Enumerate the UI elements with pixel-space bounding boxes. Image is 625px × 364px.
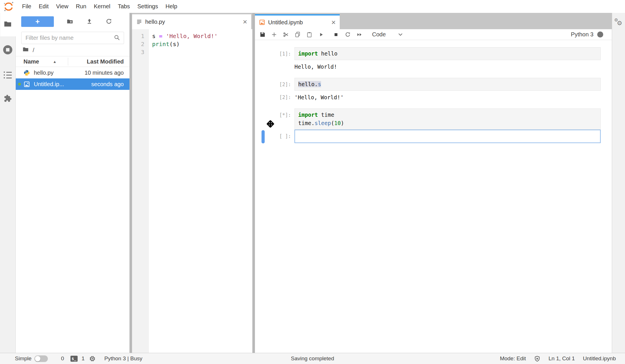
run-cell-icon[interactable]	[318, 32, 324, 37]
status-bar-left: Simple 0 $_ 1 Python 3 | Busy	[0, 355, 142, 362]
interrupt-kernel-icon[interactable]	[333, 32, 339, 37]
file-name: hello.py	[34, 70, 84, 76]
editor-tab-bar: hello.py ×	[132, 13, 252, 29]
file-name: Untitled.ip...	[34, 81, 91, 88]
trust-indicator-icon[interactable]	[534, 355, 541, 362]
notebook-toolbar: Code Python 3	[255, 29, 612, 40]
kernel-switcher[interactable]: Python 3	[571, 31, 603, 38]
breadcrumb: /	[16, 44, 129, 56]
chevron-down-icon[interactable]	[398, 33, 403, 36]
kernel-chip-icon[interactable]	[89, 355, 96, 362]
menu-item-help[interactable]: Help	[162, 3, 181, 10]
run-all-icon[interactable]	[356, 31, 363, 38]
line-number: 2	[132, 40, 144, 48]
refresh-button[interactable]	[105, 18, 112, 25]
home-folder-icon[interactable]	[22, 46, 29, 54]
input-prompt: [ ]:	[255, 130, 291, 143]
cell-type-select[interactable]: Code	[372, 31, 386, 38]
notebook-mode[interactable]: Mode: Edit	[500, 355, 526, 362]
notebook-cell-active-empty[interactable]: [ ]:	[255, 130, 612, 143]
kernels-count[interactable]: 1	[82, 355, 85, 362]
cell-input[interactable]: import timetime.sleep(10)	[294, 108, 601, 130]
tab-hello-py[interactable]: hello.py ×	[132, 14, 251, 29]
cell-output: Hello, World!	[255, 62, 612, 71]
cursor-position[interactable]: Ln 1, Col 1	[549, 355, 575, 362]
menu-item-file[interactable]: File	[18, 3, 35, 10]
menu-item-tabs[interactable]: Tabs	[114, 3, 133, 10]
save-icon[interactable]	[259, 31, 266, 37]
cell-input[interactable]: import hello	[294, 47, 601, 60]
output-text: Hello, World!	[294, 62, 337, 71]
sort-ascending-icon: ▲	[53, 60, 56, 64]
paste-cells-icon[interactable]	[306, 31, 312, 38]
file-filter-input[interactable]	[25, 34, 113, 41]
line-number-gutter: 123	[132, 29, 149, 353]
file-row[interactable]: hello.py10 minutes ago	[16, 67, 129, 78]
tab-untitled-ipynb[interactable]: Untitled.ipynb ×	[255, 14, 340, 29]
kernel-busy-icon	[597, 31, 603, 37]
search-icon	[113, 34, 120, 42]
sidebar-tab-file-browser[interactable]	[0, 13, 16, 36]
column-header-last-modified[interactable]: Last Modified	[87, 58, 129, 65]
sidebar-tab-extensions[interactable]	[0, 94, 15, 104]
input-prompt: [*]:	[255, 108, 291, 130]
simple-mode-toggle[interactable]	[34, 355, 48, 362]
terminal-icon[interactable]: $_	[70, 356, 78, 362]
menu-item-kernel[interactable]: Kernel	[90, 3, 114, 10]
terminals-count[interactable]: 0	[61, 355, 64, 362]
add-cell-icon[interactable]	[271, 31, 277, 38]
activity-bar	[0, 13, 16, 353]
kernel-status[interactable]: Python 3 | Busy	[104, 355, 142, 362]
column-header-name[interactable]: Name	[16, 58, 39, 65]
toggle-knob	[35, 356, 40, 361]
status-bar-right: Mode: Edit Ln 1, Col 1 Untitled.ipynb	[500, 355, 625, 362]
breadcrumb-path[interactable]: /	[33, 47, 34, 54]
file-filter-box	[21, 32, 124, 44]
input-prompt: [2]:	[255, 78, 291, 91]
cut-cells-icon[interactable]	[283, 31, 289, 38]
code-line: print(s)	[152, 40, 252, 48]
new-launcher-button[interactable]: +	[21, 16, 54, 27]
folder-icon	[3, 20, 12, 29]
menu-item-settings[interactable]: Settings	[133, 3, 162, 10]
copy-cells-icon[interactable]	[294, 31, 301, 38]
kernel-name: Python 3	[571, 31, 593, 38]
menu-item-edit[interactable]: Edit	[35, 3, 52, 10]
notebook-panel: Untitled.ipynb ×	[255, 13, 612, 353]
upload-button[interactable]	[86, 18, 93, 25]
sidebar-tab-running-kernels[interactable]	[0, 45, 15, 54]
output-prompt: [2]:	[255, 93, 291, 102]
input-prompt: [1]:	[255, 47, 291, 60]
sidebar-tab-table-of-contents[interactable]	[0, 72, 15, 78]
notebook-cell[interactable]: [1]:import hello	[255, 47, 612, 60]
editor-code[interactable]: s = 'Hello, World!'print(s)	[149, 29, 252, 353]
code-editor[interactable]: 123 s = 'Hello, World!'print(s)	[132, 29, 252, 353]
notebook-icon	[23, 81, 30, 88]
line-number: 1	[132, 32, 144, 40]
menu-bar: FileEditViewRunKernelTabsSettingsHelp	[0, 0, 625, 13]
output-prompt	[255, 62, 291, 71]
notebook-cell[interactable]: [*]:import timetime.sleep(10)	[255, 108, 612, 130]
menu-item-run[interactable]: Run	[72, 3, 90, 10]
panel-divider[interactable]	[129, 13, 132, 353]
property-inspector-icon[interactable]: ⚙⚙	[614, 19, 623, 27]
new-folder-button[interactable]	[66, 18, 73, 25]
file-last-modified: seconds ago	[91, 81, 129, 88]
notebook-icon	[259, 19, 265, 25]
cell-input[interactable]	[294, 130, 601, 143]
file-row[interactable]: Untitled.ip...seconds ago	[16, 78, 129, 90]
tab-label: hello.py	[145, 19, 165, 25]
text-file-icon	[136, 19, 142, 25]
jupyterlab-window: FileEditViewRunKernelTabsSettingsHelp	[0, 0, 625, 364]
close-icon[interactable]: ×	[239, 18, 247, 25]
puzzle-icon	[4, 94, 12, 104]
close-icon[interactable]: ×	[327, 19, 336, 26]
status-bar: Saving completed Simple 0 $_ 1 Python 3 …	[0, 353, 625, 364]
file-list: hello.py10 minutes agoUntitled.ip...seco…	[16, 67, 129, 353]
cell-input[interactable]: hello.s	[294, 78, 601, 91]
menu-item-view[interactable]: View	[52, 3, 72, 10]
restart-kernel-icon[interactable]	[345, 31, 351, 38]
cell-collapser[interactable]	[262, 130, 265, 143]
panel-divider[interactable]	[252, 13, 255, 353]
notebook-cell[interactable]: [2]:hello.s	[255, 78, 612, 91]
